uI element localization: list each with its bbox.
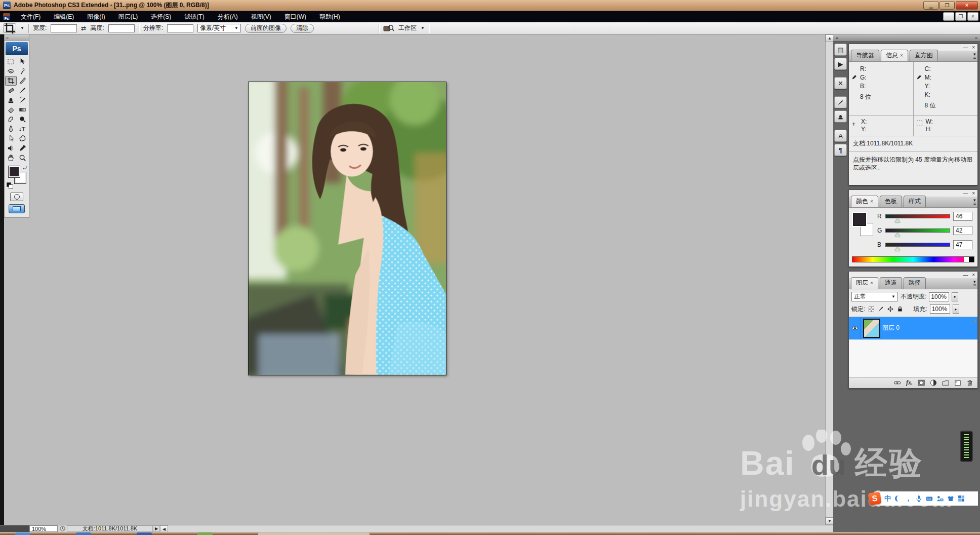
tab-navigator[interactable]: 导航器 — [851, 50, 879, 61]
zoom-tool[interactable] — [17, 153, 28, 163]
b-slider[interactable] — [885, 243, 950, 247]
document-canvas[interactable] — [29, 34, 825, 525]
shape-tool[interactable] — [17, 134, 28, 143]
quick-mask-button[interactable] — [10, 193, 23, 201]
slider-knob[interactable] — [895, 219, 900, 222]
lasso-tool[interactable] — [5, 66, 17, 76]
menu-file[interactable]: 文件(F) — [14, 11, 47, 23]
taskbar-item[interactable] — [258, 532, 370, 535]
panel-close-icon[interactable]: × — [972, 45, 975, 50]
menu-select[interactable]: 选择(S) — [144, 11, 178, 23]
resolution-input[interactable] — [167, 24, 193, 32]
tab-paths[interactable]: 路径 — [904, 277, 926, 289]
crop-tool-selected[interactable] — [5, 76, 17, 86]
crop-tool-preset[interactable] — [3, 23, 16, 33]
fill-field[interactable]: 100% — [930, 304, 950, 314]
spot-healing-brush-tool[interactable] — [5, 86, 17, 95]
new-group-icon[interactable] — [942, 379, 949, 386]
adjustment-layer-icon[interactable] — [930, 379, 937, 386]
foreground-color-swatch[interactable] — [9, 166, 20, 177]
path-selection-tool[interactable] — [5, 134, 17, 143]
notes-audio-tool[interactable] — [5, 143, 17, 153]
r-slider[interactable] — [885, 214, 950, 218]
dock-collapse-icon[interactable]: » — [975, 35, 977, 41]
taskbar-item[interactable] — [137, 532, 152, 535]
eyedropper-tool[interactable] — [17, 143, 28, 153]
menu-analysis[interactable]: 分析(A) — [211, 11, 244, 23]
status-options-arrow[interactable]: ▶ — [153, 525, 160, 532]
black-swatch[interactable] — [969, 257, 974, 262]
tab-close-icon[interactable]: × — [870, 280, 873, 286]
ime-punctuation-icon[interactable]: ， — [905, 494, 912, 503]
window-minimize-button[interactable]: ▁ — [923, 1, 938, 10]
menu-edit[interactable]: 编辑(E) — [47, 11, 80, 23]
menu-image[interactable]: 图像(I) — [80, 11, 111, 23]
menu-layer[interactable]: 图层(L) — [112, 11, 145, 23]
panel-menu-icon[interactable]: ▾≡ — [973, 53, 976, 60]
canvas-photo[interactable] — [248, 82, 446, 375]
dodge-burn-tool[interactable] — [17, 114, 28, 124]
doc-restore-button[interactable]: ❐ — [955, 12, 966, 21]
list-scroll-arrow[interactable]: ▲ — [972, 318, 976, 323]
r-value-field[interactable]: 46 — [953, 212, 972, 221]
ime-toolbox-icon[interactable] — [958, 495, 965, 502]
blend-mode-select[interactable]: 正常 ▼ — [851, 292, 898, 301]
sogou-logo-icon[interactable]: S — [868, 491, 881, 505]
menu-window[interactable]: 窗口(W) — [278, 11, 313, 23]
layer-thumbnail[interactable] — [863, 319, 880, 338]
delete-layer-icon[interactable] — [966, 379, 973, 386]
slider-knob[interactable] — [895, 247, 900, 251]
zoom-level-field[interactable]: 100% — [29, 525, 58, 532]
doc-close-button[interactable]: × — [967, 12, 978, 21]
rectangular-marquee-tool[interactable] — [5, 57, 17, 66]
horizontal-scrollbar[interactable]: ◀ — [160, 525, 833, 532]
panel-minimize-icon[interactable]: — — [963, 190, 968, 196]
tool-presets-panel-icon[interactable]: ✕ — [834, 77, 847, 89]
eraser-tool[interactable] — [5, 105, 17, 114]
panel-minimize-icon[interactable]: — — [963, 272, 968, 278]
menu-filter[interactable]: 滤镜(T) — [178, 11, 211, 23]
paragraph-panel-icon[interactable]: ¶ — [834, 144, 847, 156]
menu-help[interactable]: 帮助(H) — [313, 11, 347, 23]
tool-preset-caret[interactable]: ▼ — [20, 26, 24, 30]
color-spectrum-ramp[interactable] — [852, 256, 974, 262]
clear-button[interactable]: 清除 — [291, 24, 314, 33]
gradient-tool[interactable] — [17, 105, 28, 114]
panel-close-icon[interactable]: × — [972, 190, 975, 196]
window-restore-button[interactable]: ❐ — [940, 1, 955, 10]
clone-stamp-tool[interactable] — [5, 95, 17, 105]
clone-source-panel-icon[interactable] — [834, 110, 847, 123]
tab-layers[interactable]: 图层× — [851, 277, 878, 289]
magic-wand-tool[interactable] — [17, 66, 28, 76]
window-close-button[interactable]: × — [956, 1, 978, 10]
brush-tool[interactable] — [17, 86, 28, 95]
brushes-panel-icon[interactable] — [834, 96, 847, 108]
doc-minimize-button[interactable]: – — [943, 12, 954, 21]
foreground-color-swatch[interactable] — [853, 213, 866, 226]
tab-histogram[interactable]: 直方图 — [910, 50, 938, 61]
taskbar-item[interactable] — [15, 532, 30, 535]
panel-minimize-icon[interactable]: — — [963, 45, 968, 50]
panel-menu-icon[interactable]: ▾≡ — [973, 280, 976, 287]
lock-all-icon[interactable] — [896, 306, 904, 313]
move-tool[interactable] — [17, 57, 28, 66]
crop-height-input[interactable] — [108, 24, 135, 32]
lock-pixels-icon[interactable] — [877, 306, 884, 313]
panel-close-icon[interactable]: × — [972, 272, 975, 278]
crop-width-input[interactable] — [51, 24, 77, 32]
dock-header[interactable]: ≡ » — [833, 34, 980, 42]
tab-close-icon[interactable]: × — [900, 53, 903, 58]
scroll-up-icon[interactable]: ▲ — [826, 34, 834, 42]
layer-name[interactable]: 图层 0 — [882, 317, 900, 339]
hand-tool[interactable] — [5, 153, 17, 163]
tab-swatches[interactable]: 色板 — [880, 196, 902, 207]
tab-color[interactable]: 颜色× — [851, 196, 878, 207]
opacity-field[interactable]: 100% — [929, 292, 949, 301]
new-layer-icon[interactable] — [954, 379, 961, 386]
ime-skin-icon[interactable] — [947, 495, 954, 502]
tab-channels[interactable]: 通道 — [880, 277, 902, 289]
tab-info[interactable]: 信息× — [881, 50, 908, 61]
front-image-button[interactable]: 前面的图像 — [245, 24, 287, 33]
switch-colors-icon[interactable]: ⤾ — [23, 165, 27, 171]
panel-menu-icon[interactable]: ▾≡ — [973, 199, 976, 206]
